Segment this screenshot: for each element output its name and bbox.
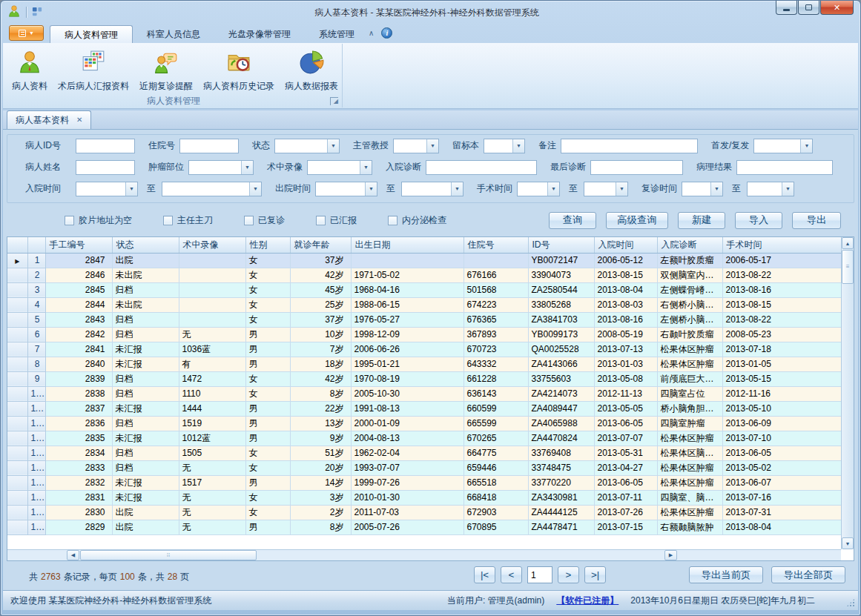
cell-surgery-time[interactable]: 2013-07-31: [722, 505, 842, 520]
cell-surgery-time[interactable]: 2013-08-22: [722, 268, 842, 282]
cell-admission-no[interactable]: 636143: [464, 386, 528, 401]
cell-id-no[interactable]: QA0025528: [528, 342, 594, 357]
cell-age[interactable]: 8岁: [290, 386, 351, 401]
cell-status[interactable]: 未汇报: [112, 490, 179, 505]
cell-gender[interactable]: 女: [245, 253, 290, 268]
cell-id-no[interactable]: 33770220: [528, 475, 594, 490]
cell-id-no[interactable]: ZA2580544: [528, 282, 594, 297]
chevron-down-icon[interactable]: ▼: [782, 182, 794, 196]
cell-admit-diagnosis[interactable]: 桥小脑角胆脂...: [657, 401, 722, 416]
header-intraop-video[interactable]: 术中录像: [179, 237, 245, 253]
cell-manual-no[interactable]: 2832: [45, 475, 112, 490]
chevron-down-icon[interactable]: ▼: [800, 139, 812, 153]
close-button[interactable]: ✕: [820, 1, 854, 15]
cell-birth-date[interactable]: [351, 253, 464, 268]
cell-intraop-video[interactable]: 无: [179, 327, 245, 342]
export-current-page-button[interactable]: 导出当前页: [689, 566, 763, 583]
cell-surgery-time[interactable]: 2013-08-04: [722, 520, 842, 534]
cell-intraop-video[interactable]: 无: [179, 490, 245, 505]
export-button[interactable]: 导出: [792, 212, 841, 229]
table-row[interactable]: 14 2834 归档 1505 女 51岁 1962-02-04 664775 …: [7, 446, 842, 460]
cell-status[interactable]: 归档: [112, 312, 179, 327]
chevron-down-icon[interactable]: ▼: [365, 182, 377, 196]
patient-id-input[interactable]: [76, 139, 135, 153]
cell-birth-date[interactable]: 1999-07-26: [351, 475, 464, 490]
cell-id-no[interactable]: 33805268: [528, 297, 594, 312]
endocrine-exam-checkbox[interactable]: 内分泌检查: [388, 214, 446, 227]
cell-admit-time[interactable]: 2013-07-07: [594, 431, 657, 446]
cell-age[interactable]: 9岁: [290, 431, 351, 446]
cell-status[interactable]: 未汇报: [112, 431, 179, 446]
cell-surgery-time[interactable]: 2006-05-17: [722, 253, 842, 268]
cell-gender[interactable]: 男: [245, 401, 290, 416]
film-address-empty-checkbox[interactable]: 胶片地址为空: [65, 214, 132, 227]
cell-id-no[interactable]: 33904073: [528, 268, 594, 282]
scroll-up-icon[interactable]: ▲: [842, 237, 854, 249]
cell-birth-date[interactable]: 1998-12-09: [351, 327, 464, 342]
specimen-combo[interactable]: ▼: [484, 139, 525, 153]
cell-birth-date[interactable]: 2005-10-30: [351, 386, 464, 401]
professor-combo[interactable]: ▼: [393, 139, 439, 153]
cell-admission-no[interactable]: 676365: [464, 312, 528, 327]
cell-admit-time[interactable]: 2013-07-13: [594, 342, 657, 357]
cell-id-no[interactable]: YB0072147: [528, 253, 594, 268]
next-page-button[interactable]: >: [558, 566, 579, 583]
cell-admit-diagnosis[interactable]: 松果体区肿瘤: [657, 475, 722, 490]
cell-birth-date[interactable]: 1993-07-07: [351, 460, 464, 475]
cell-id-no[interactable]: ZA4470824: [528, 431, 594, 446]
header-admission-no[interactable]: 住院号: [464, 237, 528, 253]
cell-surgery-time[interactable]: 2012-11-16: [722, 386, 842, 401]
header-age[interactable]: 就诊年龄: [290, 237, 351, 253]
cell-id-no[interactable]: ZA4143066: [528, 357, 594, 371]
cell-manual-no[interactable]: 2844: [45, 297, 112, 312]
cell-status[interactable]: 未汇报: [112, 342, 179, 357]
cell-age[interactable]: 42岁: [290, 371, 351, 386]
cell-gender[interactable]: 女: [245, 490, 290, 505]
cell-manual-no[interactable]: 2833: [45, 460, 112, 475]
ribbon-tab-patient-management[interactable]: 病人资料管理: [50, 25, 133, 43]
cell-status[interactable]: 归档: [112, 282, 179, 297]
cell-age[interactable]: 13岁: [290, 416, 351, 431]
cell-manual-no[interactable]: 2829: [45, 520, 112, 534]
cell-admit-diagnosis[interactable]: 右侧桥小脑角...: [657, 297, 722, 312]
cell-gender[interactable]: 女: [245, 371, 290, 386]
cell-manual-no[interactable]: 2845: [45, 282, 112, 297]
cell-status[interactable]: 未出院: [112, 268, 179, 282]
cell-surgery-time[interactable]: 2013-07-18: [722, 342, 842, 357]
cell-intraop-video[interactable]: 无: [179, 460, 245, 475]
cell-status[interactable]: 出院: [112, 520, 179, 534]
cell-intraop-video[interactable]: [179, 282, 245, 297]
admission-no-input[interactable]: [179, 139, 239, 153]
header-admit-time[interactable]: 入院时间: [594, 237, 657, 253]
cell-id-no[interactable]: YB0099173: [528, 327, 594, 342]
cell-birth-date[interactable]: 1988-06-15: [351, 297, 464, 312]
cell-manual-no[interactable]: 2836: [45, 416, 112, 431]
cell-birth-date[interactable]: 2010-01-30: [351, 490, 464, 505]
chief-surgeon-checkbox[interactable]: 主任主刀: [163, 214, 213, 227]
cell-birth-date[interactable]: 1970-08-19: [351, 371, 464, 386]
table-row[interactable]: 1 2847 出院 女 37岁 YB0072147 2006-05-12 左额叶…: [7, 253, 842, 268]
cell-gender[interactable]: 女: [245, 268, 290, 282]
table-row[interactable]: 19 2829 出院 无 男 8岁 2005-07-26 670895 ZA44…: [7, 520, 842, 534]
cell-manual-no[interactable]: 2837: [45, 401, 112, 416]
export-all-pages-button[interactable]: 导出全部页: [771, 566, 845, 583]
revisit-time-from-combo[interactable]: ▼: [682, 182, 723, 196]
table-row[interactable]: 11 2837 未汇报 1444 男 22岁 1991-08-13 660599…: [7, 401, 842, 416]
horizontal-scrollbar[interactable]: ◀ ⁞⁞ ▶: [7, 549, 841, 560]
cell-gender[interactable]: 男: [245, 431, 290, 446]
cell-admit-time[interactable]: 2013-08-15: [594, 268, 657, 282]
chevron-down-icon[interactable]: ▼: [241, 161, 253, 174]
cell-admission-no[interactable]: 665518: [464, 475, 528, 490]
cell-admit-time[interactable]: 2013-07-26: [594, 505, 657, 520]
cell-birth-date[interactable]: 1995-01-21: [351, 357, 464, 371]
cell-manual-no[interactable]: 2842: [45, 327, 112, 342]
table-row[interactable]: 17 2831 未汇报 无 女 3岁 2010-01-30 668418 ZA3…: [7, 490, 842, 505]
cell-status[interactable]: 未出院: [112, 297, 179, 312]
cell-manual-no[interactable]: 2834: [45, 446, 112, 460]
checkbox-icon[interactable]: [65, 216, 74, 225]
cell-age[interactable]: 7岁: [290, 342, 351, 357]
cell-birth-date[interactable]: 2005-07-26: [351, 520, 464, 534]
cell-admit-diagnosis[interactable]: 松果体区肿瘤: [657, 431, 722, 446]
cell-age[interactable]: 20岁: [290, 460, 351, 475]
chevron-down-icon[interactable]: ▼: [547, 182, 559, 196]
